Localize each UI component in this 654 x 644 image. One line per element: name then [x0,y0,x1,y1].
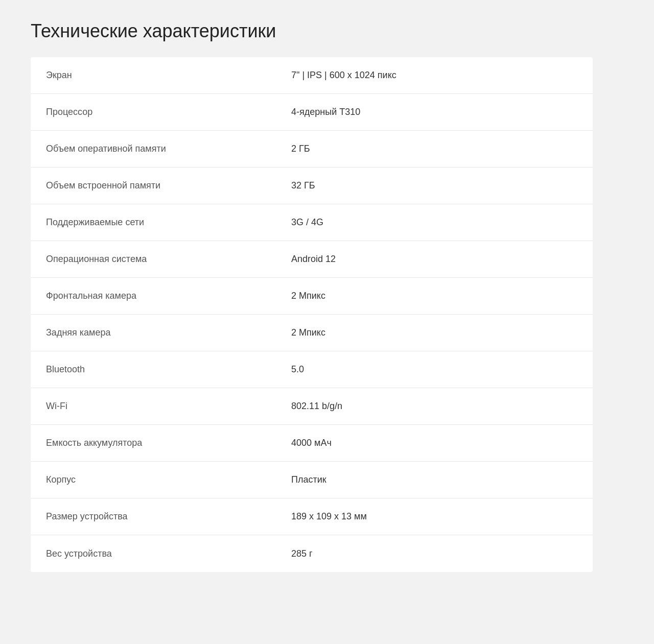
spec-value: Пластик [276,465,593,494]
spec-label: Вес устройства [31,539,276,568]
page-title: Технические характеристики [31,20,623,42]
spec-label: Фронтальная камера [31,281,276,311]
spec-value: Android 12 [276,245,593,274]
spec-label: Задняя камера [31,318,276,347]
spec-label: Размер устройства [31,502,276,531]
table-row: Вес устройства285 г [31,535,593,572]
spec-label: Корпус [31,465,276,494]
table-row: Поддерживаемые сети3G / 4G [31,204,593,241]
table-row: Bluetooth5.0 [31,351,593,388]
table-row: Фронтальная камера2 Мпикс [31,278,593,315]
spec-value: 2 Мпикс [276,281,593,311]
spec-label: Емкость аккумулятора [31,428,276,458]
table-row: Wi-Fi802.11 b/g/n [31,388,593,425]
spec-label: Поддерживаемые сети [31,208,276,237]
table-row: Операционная системаAndroid 12 [31,241,593,278]
table-row: Процессор4-ядерный T310 [31,94,593,131]
page-wrapper: Технические характеристики Экран7" | IPS… [0,0,654,592]
spec-label: Объем оперативной памяти [31,134,276,163]
spec-value: 3G / 4G [276,208,593,237]
table-row: КорпусПластик [31,462,593,498]
table-row: Экран7" | IPS | 600 x 1024 пикс [31,57,593,94]
table-row: Емкость аккумулятора4000 мАч [31,425,593,462]
table-row: Объем оперативной памяти2 ГБ [31,131,593,168]
table-row: Задняя камера2 Мпикс [31,315,593,351]
spec-label: Wi-Fi [31,392,276,421]
spec-label: Экран [31,61,276,90]
spec-value: 32 ГБ [276,171,593,200]
spec-label: Bluetooth [31,355,276,384]
table-row: Объем встроенной памяти32 ГБ [31,168,593,204]
spec-value: 4000 мАч [276,428,593,458]
spec-value: 189 x 109 x 13 мм [276,502,593,531]
spec-value: 2 ГБ [276,134,593,163]
table-row: Размер устройства189 x 109 x 13 мм [31,498,593,535]
spec-value: 802.11 b/g/n [276,392,593,421]
spec-value: 4-ядерный T310 [276,98,593,127]
spec-value: 285 г [276,539,593,568]
spec-value: 5.0 [276,355,593,384]
spec-value: 7" | IPS | 600 x 1024 пикс [276,61,593,90]
spec-label: Объем встроенной памяти [31,171,276,200]
spec-label: Процессор [31,98,276,127]
spec-value: 2 Мпикс [276,318,593,347]
specs-table: Экран7" | IPS | 600 x 1024 пиксПроцессор… [31,57,593,572]
spec-label: Операционная система [31,245,276,274]
